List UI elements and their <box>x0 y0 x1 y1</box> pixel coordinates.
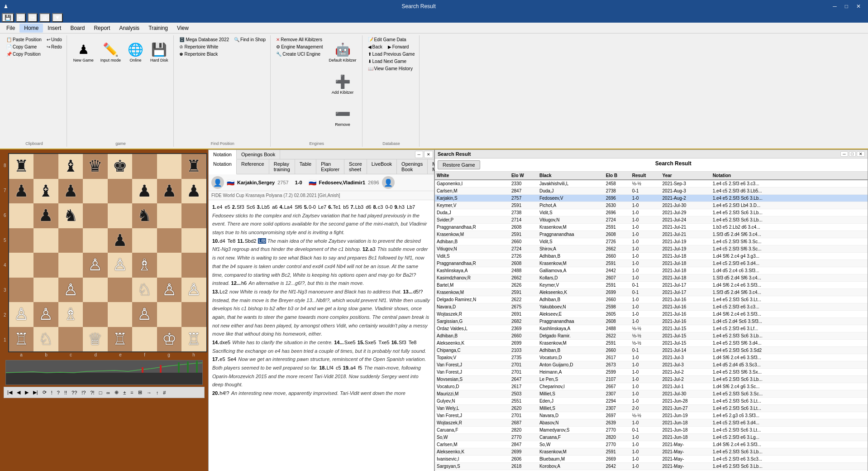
create-uci-button[interactable]: 🔧 Create UCI Engine <box>274 51 324 58</box>
col-elo-b[interactable]: Elo B <box>604 172 630 180</box>
move-5oo[interactable]: 0-0 <box>308 204 316 210</box>
table-row[interactable]: Praggnanandhaa,R2608Krasenkow,M25911-020… <box>435 260 868 267</box>
square-d7[interactable] <box>83 179 108 204</box>
menu-insert[interactable]: Insert <box>43 24 66 33</box>
col-year[interactable]: Year <box>661 172 711 180</box>
search-maximize-btn[interactable]: □ <box>849 151 856 157</box>
move-18lf4[interactable]: Lf4 <box>326 365 334 370</box>
move-2sf3[interactable]: Sf3 <box>236 204 245 210</box>
restore-game-button[interactable]: Restore Game <box>438 160 480 169</box>
table-row[interactable]: Karjakin,S2757Fedoseev,V26961-02021-Aug-… <box>435 195 868 202</box>
copy-game-button[interactable]: 📄 Copy Game <box>5 43 43 50</box>
sym-circle[interactable]: ⊕ <box>113 389 120 396</box>
square-h5[interactable] <box>181 228 206 253</box>
move-17e5[interactable]: e5 <box>219 356 225 362</box>
square-e6[interactable] <box>108 203 133 228</box>
square-h3[interactable]: ♙ <box>181 278 206 303</box>
table-row[interactable]: Navara,D2675Yakubboev,N25981-02021-Jul-1… <box>435 303 868 311</box>
edit-game-data-button[interactable]: 📝 Edit Game Data <box>366 36 417 43</box>
square-d3[interactable] <box>83 278 108 303</box>
square-d2[interactable] <box>83 302 108 327</box>
square-a4[interactable] <box>9 253 34 278</box>
square-c3[interactable]: ♙ <box>58 278 83 303</box>
move-8c3[interactable]: c3 <box>377 204 384 210</box>
paste-position-button[interactable]: 📋 Paste Position <box>5 36 43 43</box>
move-1e4[interactable]: e4 <box>216 204 223 210</box>
table-row[interactable]: Topalov,V2735Vocaturo,D26171-02021-Jul-3… <box>435 354 868 361</box>
square-e3[interactable] <box>108 278 133 303</box>
search-minimize-btn[interactable]: ─ <box>840 151 848 157</box>
default-kibitzer-button[interactable]: 🤖 Default Kibitzer <box>326 36 359 68</box>
table-row[interactable]: Kashlinskaya,A2488Galliamova,A24421-0202… <box>435 267 868 274</box>
table-row[interactable]: Wojtaszek,R2691Alekseev,E26051-02021-Jul… <box>435 311 868 318</box>
table-row[interactable]: Krasenkow,M2591Praggnanandhaa26081-02021… <box>435 231 868 238</box>
move-11lf8[interactable]: Lf8 <box>258 238 266 244</box>
square-a2[interactable]: ♙ <box>9 302 34 327</box>
load-previous-button[interactable]: ⬆ Load Previous Game <box>366 51 417 58</box>
square-g5[interactable] <box>157 228 182 253</box>
sym-bad[interactable]: ? <box>55 389 62 396</box>
chess-board[interactable]: ♜♝♛♚♜♟♝♟♟♟♟♟♞♞♟♙♙♗♙♘♙♙♙♙♗♙♖♘♕♖♔♖ <box>8 153 207 352</box>
sym-dub-q[interactable]: ?? <box>70 389 79 396</box>
square-b7[interactable]: ♝ <box>33 179 58 204</box>
sub-tab-notation[interactable]: Notation <box>209 159 237 174</box>
square-e1[interactable]: ♖ <box>108 327 133 352</box>
sym-box[interactable]: □ <box>97 389 104 396</box>
menu-home[interactable]: Home <box>19 24 43 33</box>
menu-view[interactable]: View <box>172 24 193 33</box>
table-row[interactable]: Vidit,S2726Adhiban,B26601-02021-Jul-181.… <box>435 253 868 260</box>
sym-excl2[interactable]: !! <box>62 389 69 396</box>
square-g6[interactable] <box>157 203 182 228</box>
sub-tab-plan[interactable]: Plan Explorer <box>316 159 344 174</box>
menu-training[interactable]: Training <box>144 24 172 33</box>
search-close-btn[interactable]: ✕ <box>857 151 865 157</box>
move-20h4[interactable]: h4!? <box>219 390 229 396</box>
move-4sf6[interactable]: Sf6 <box>294 204 303 210</box>
move-13lc2[interactable]: Lc2 <box>219 289 228 294</box>
table-row[interactable]: Caruana,F2820Mamedyarov,S27700-12021-Jun… <box>435 427 868 434</box>
move-10d4[interactable]: d4 <box>219 238 225 244</box>
sym-inf[interactable]: ∞ <box>105 389 112 396</box>
square-f3[interactable]: ♘ <box>132 278 157 303</box>
square-e2[interactable] <box>108 302 133 327</box>
notation-close-btn[interactable]: ✕ <box>424 151 433 158</box>
table-row[interactable]: Sargsyan,S2618Korobov,A26421-02021-May-1… <box>435 463 868 470</box>
undo-qat-button[interactable]: ↩ <box>16 13 26 22</box>
square-a5[interactable] <box>9 228 34 253</box>
square-g3[interactable]: ♙ <box>157 278 182 303</box>
move-9lb7[interactable]: Lb7 <box>406 204 415 210</box>
table-row[interactable]: Gulyev,N2551Eden,J22941-02021-Jun-281.e4… <box>435 398 868 405</box>
hard-disk-button[interactable]: 💾 Hard Disk <box>148 36 171 68</box>
engine-management-button[interactable]: ⚙ Engine Management <box>274 43 324 50</box>
square-f6[interactable]: ♞ <box>132 203 157 228</box>
table-row[interactable]: Adhiban,B2660Vidit,S27261-02021-Jul-191.… <box>435 238 868 245</box>
customize-qat-button[interactable]: ▼ <box>52 13 63 22</box>
square-h6[interactable] <box>181 203 206 228</box>
menu-analysis[interactable]: Analysis <box>114 24 144 33</box>
table-row[interactable]: Vocaturo,D2617Cheparinov,I26671-02021-Ju… <box>435 383 868 390</box>
sub-tab-replay[interactable]: Replay training <box>269 159 295 174</box>
sym-up[interactable]: ↑ <box>154 389 161 396</box>
move-17se4[interactable]: Se4 <box>227 356 237 362</box>
sym-end[interactable]: ▶| <box>31 389 40 396</box>
move-13d5[interactable]: d5!? <box>413 289 423 294</box>
table-row[interactable]: Ivanisevic,I2606Bluebaum,M26691-02021-Ma… <box>435 456 868 463</box>
sym-next[interactable]: ▶ <box>23 389 30 396</box>
menu-file[interactable]: File <box>2 24 19 33</box>
sym-arrow[interactable]: → <box>145 389 153 396</box>
sym-good[interactable]: ! <box>49 389 54 396</box>
notation-minimize-btn[interactable]: ─ <box>415 151 423 158</box>
move-6b5[interactable]: b5 <box>343 204 349 210</box>
minimize-button[interactable]: ─ <box>829 2 840 10</box>
move-1e5[interactable]: e5 <box>224 204 231 210</box>
square-a6[interactable] <box>9 203 34 228</box>
back-button[interactable]: ◀ Back <box>366 43 384 50</box>
sub-tab-reference[interactable]: Reference <box>237 159 269 174</box>
square-c6[interactable]: ♞ <box>58 203 83 228</box>
repertoire-white-button[interactable]: ♔ Repertoire White <box>177 43 231 50</box>
redo-button[interactable]: ↪ Redo <box>45 43 64 50</box>
square-b8[interactable] <box>33 154 58 179</box>
move-4la4[interactable]: La4 <box>284 204 293 210</box>
col-white[interactable]: White <box>435 172 510 180</box>
tab-notation[interactable]: Notation <box>209 150 237 159</box>
